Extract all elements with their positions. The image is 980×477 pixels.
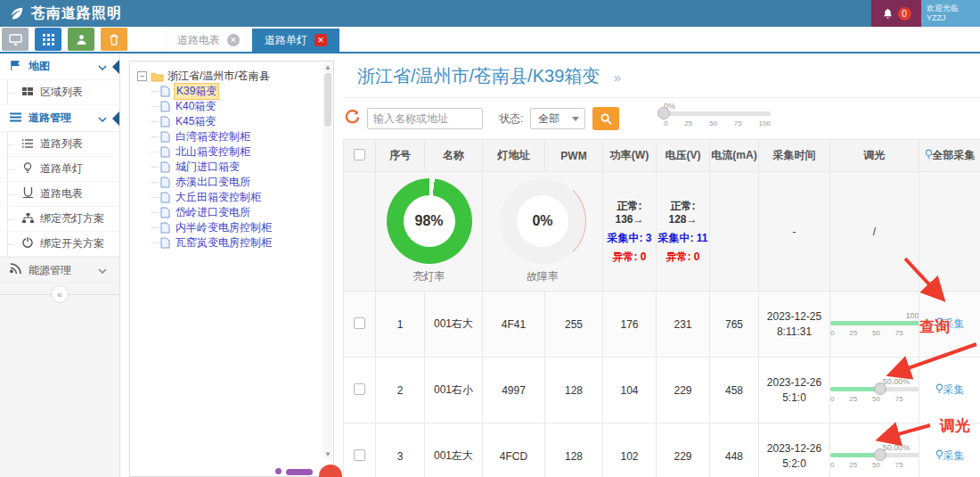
sidebar-item-region-list[interactable]: 区域列表 bbox=[0, 80, 119, 105]
tree-node[interactable]: 北山箱变控制柜 bbox=[150, 144, 328, 160]
meter-icon bbox=[21, 187, 34, 201]
sidebar-item-road-management[interactable]: 道路管理 bbox=[0, 105, 119, 132]
tree-node[interactable]: K45箱变 bbox=[150, 114, 328, 129]
collect-button[interactable]: 采集 bbox=[935, 383, 965, 396]
slider-track[interactable] bbox=[830, 387, 919, 391]
sidebar-collapse-button[interactable]: « bbox=[51, 285, 69, 303]
close-tab-icon[interactable]: ✕ bbox=[227, 34, 240, 46]
lighting-rate-label: 亮灯率 bbox=[376, 269, 482, 284]
file-icon bbox=[160, 177, 170, 188]
file-icon bbox=[160, 222, 170, 234]
sidebar-item-road-meter[interactable]: 道路电表 bbox=[0, 182, 119, 207]
notifications-button[interactable]: 0 bbox=[871, 0, 921, 27]
slider-handle[interactable] bbox=[874, 448, 886, 461]
col-header-seq: 序号 bbox=[376, 140, 425, 172]
breadcrumb: 浙江省/温州市/苍南县/K39箱变 » bbox=[343, 53, 980, 98]
sidebar-item-road-list[interactable]: 道路列表 bbox=[0, 132, 119, 157]
slider-handle[interactable] bbox=[657, 107, 670, 119]
user-admin-button[interactable] bbox=[68, 28, 94, 51]
sidebar-item-map[interactable]: 地图 bbox=[0, 53, 119, 80]
close-tab-icon[interactable]: ✕ bbox=[314, 34, 327, 46]
lightbulb-icon bbox=[935, 449, 943, 460]
monitor-icon bbox=[9, 34, 22, 45]
row-checkbox[interactable] bbox=[354, 383, 365, 395]
tab-road-lamp[interactable]: 道路单灯 ✕ bbox=[252, 29, 339, 52]
scroll-up-icon[interactable]: ▲ bbox=[323, 63, 332, 71]
tree-node[interactable]: 瓦窑岚变电房控制柜 bbox=[150, 235, 328, 251]
file-icon bbox=[160, 207, 170, 218]
chevron-down-icon bbox=[98, 112, 107, 125]
tree-collapse-icon[interactable]: − bbox=[137, 71, 147, 81]
collect-button[interactable]: 采集 bbox=[935, 317, 965, 330]
desktop-button[interactable] bbox=[2, 28, 29, 51]
tree-root-node[interactable]: − 浙江省/温州市/苍南县 bbox=[137, 69, 328, 84]
file-icon bbox=[160, 237, 170, 249]
scroll-down-icon[interactable]: ▼ bbox=[323, 450, 332, 458]
tree-node-k39[interactable]: K39箱变 bbox=[150, 84, 328, 99]
table-row: 2 001右小 4997 128 104 229 458 2023-12-265… bbox=[344, 358, 980, 424]
col-header-pwm: PWM bbox=[545, 140, 603, 172]
chevron-down-icon bbox=[572, 117, 579, 121]
sidebar-item-energy-management[interactable]: 能源管理 bbox=[0, 257, 119, 284]
chevron-down-icon bbox=[98, 61, 107, 73]
active-marker bbox=[112, 60, 119, 74]
tree-node[interactable]: 大丘田箱变控制柜 bbox=[150, 190, 328, 205]
recycle-button[interactable] bbox=[101, 28, 127, 51]
sidebar-item-road-lamp[interactable]: 道路单灯 bbox=[0, 157, 119, 182]
voltage-stats: 正常:128→ 采集中: 11 异常: 0 bbox=[657, 200, 709, 264]
sidebar-item-label: 区域列表 bbox=[40, 85, 83, 100]
row-checkbox[interactable] bbox=[354, 449, 365, 461]
sidebar-item-bind-lighting-plan[interactable]: 绑定亮灯方案 bbox=[0, 207, 119, 232]
folder-icon bbox=[151, 71, 164, 82]
tree-node[interactable]: 岱岭进口变电所 bbox=[150, 205, 328, 220]
active-marker bbox=[112, 111, 119, 126]
tree-scrollbar[interactable]: ▲ ▼ bbox=[323, 62, 332, 459]
slider-track[interactable] bbox=[830, 321, 919, 325]
sidebar-item-bind-switch-plan[interactable]: 绑定开关方案 bbox=[0, 232, 119, 257]
floating-action-button[interactable] bbox=[319, 465, 342, 477]
sidebar-item-label: 道路单灯 bbox=[40, 161, 83, 177]
file-icon bbox=[160, 131, 170, 143]
table-icon bbox=[21, 86, 34, 99]
purple-bar-decoration bbox=[286, 469, 313, 475]
row-checkbox[interactable] bbox=[354, 317, 365, 329]
status-label: 状态: bbox=[499, 111, 523, 127]
search-input[interactable] bbox=[367, 108, 483, 129]
top-bar: 苍南道路照明 0 欢迎光临 YZZJ bbox=[0, 0, 980, 27]
select-all-checkbox[interactable] bbox=[354, 149, 365, 160]
main-content: 浙江省/温州市/苍南县/K39箱变 » 状态: 全部 0% 0255075100 bbox=[343, 53, 980, 477]
tree-node[interactable]: 内半岭变电房控制柜 bbox=[150, 220, 328, 235]
master-dim-slider: 0% 0255075100 bbox=[664, 102, 771, 127]
collect-all-button[interactable]: 全部采集 bbox=[919, 140, 980, 172]
status-select[interactable]: 全部 bbox=[530, 108, 585, 129]
tree-node[interactable]: 赤溪出口变电所 bbox=[150, 175, 328, 190]
page: 苍南道路照明 0 欢迎光临 YZZJ 道路电表 ✕ bbox=[0, 0, 980, 477]
col-header-collect-time: 采集时间 bbox=[759, 140, 830, 172]
fault-rate-value: 0% bbox=[532, 213, 552, 229]
fault-rate-donut: 0% bbox=[500, 178, 585, 264]
sidebar-item-label: 能源管理 bbox=[29, 263, 71, 278]
lightbulb-icon bbox=[935, 317, 943, 328]
refresh-icon[interactable] bbox=[345, 110, 360, 127]
search-button[interactable] bbox=[592, 107, 619, 130]
slider-track[interactable] bbox=[664, 111, 771, 116]
notification-badge: 0 bbox=[898, 7, 911, 21]
slider-track[interactable] bbox=[830, 453, 919, 457]
summary-time-placeholder: - bbox=[759, 172, 830, 292]
file-icon bbox=[160, 101, 170, 112]
user-icon bbox=[76, 34, 87, 45]
user-menu[interactable]: 欢迎光临 YZZJ bbox=[921, 0, 980, 27]
file-icon bbox=[160, 146, 170, 158]
slider-handle[interactable] bbox=[874, 382, 886, 395]
collect-button[interactable]: 采集 bbox=[935, 449, 965, 462]
tree-node[interactable]: 白湾箱变控制柜 bbox=[150, 129, 328, 144]
scrollbar-thumb[interactable] bbox=[324, 73, 331, 127]
tree-node[interactable]: 城门进口箱变 bbox=[150, 160, 328, 175]
status-selected-value: 全部 bbox=[538, 111, 559, 127]
modules-button[interactable] bbox=[35, 28, 61, 51]
sidebar-empty-area bbox=[0, 307, 119, 477]
tab-road-meter[interactable]: 道路电表 ✕ bbox=[165, 29, 252, 52]
lamps-table: 序号 名称 灯地址 PWM 功率(W) 电压(V) 电流(mA) 采集时间 调光… bbox=[343, 139, 980, 477]
sidebar-item-label: 道路电表 bbox=[40, 186, 83, 201]
tree-node[interactable]: K40箱变 bbox=[150, 99, 328, 114]
